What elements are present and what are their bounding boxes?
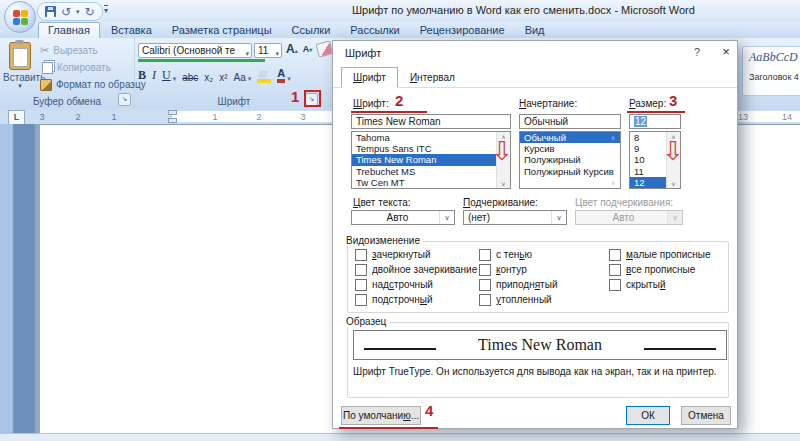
tab-mailings[interactable]: Рассылки	[341, 23, 408, 38]
clipboard-dialog-launcher[interactable]: ↘	[118, 93, 131, 106]
list-item[interactable]: Trebuchet MS	[352, 166, 497, 177]
checkbox[interactable]	[355, 279, 367, 291]
cancel-button[interactable]: Отмена	[681, 406, 731, 425]
checkbox[interactable]	[355, 264, 367, 276]
close-icon[interactable]: ×	[717, 44, 735, 59]
list-item[interactable]: Tempus Sans ITC	[352, 143, 497, 154]
document-background	[0, 124, 40, 433]
grow-font-button[interactable]: A▴	[286, 42, 298, 56]
undo-icon[interactable]: ↺	[61, 6, 71, 18]
list-item[interactable]: контур	[479, 264, 557, 275]
tab-review[interactable]: Рецензирование	[411, 23, 514, 38]
cut-button[interactable]: ✂ Вырезать	[40, 43, 146, 58]
bold-button[interactable]: B	[138, 68, 146, 83]
list-item[interactable]: подстрочный	[355, 294, 477, 305]
font-style-list[interactable]: ∧ ∨ ОбычныйКурсивПолужирныйПолужирный Ку…	[519, 131, 621, 189]
copy-button[interactable]: Копировать	[40, 60, 146, 75]
chevron-down-icon[interactable]: ∨	[551, 211, 566, 224]
font-name-dropdown-icon[interactable]: ▾	[245, 47, 249, 58]
list-item[interactable]: зачеркнутый	[355, 249, 477, 260]
checkbox-label: скрытый	[626, 279, 666, 290]
dialog-tab-font[interactable]: Шрифт	[341, 67, 398, 88]
styles-gallery-item[interactable]: AaBbCcD Заголовок 4	[742, 46, 800, 96]
list-item[interactable]: 11	[630, 166, 667, 177]
list-item[interactable]: все прописные	[609, 264, 711, 275]
font-size-input[interactable]: 12	[629, 114, 681, 129]
window-bottom-strip	[0, 433, 800, 441]
checkbox[interactable]	[479, 249, 491, 261]
paste-dropdown-icon[interactable]: ▾	[3, 83, 37, 89]
checkbox[interactable]	[355, 294, 367, 306]
save-icon[interactable]	[45, 6, 56, 17]
font-list[interactable]: ∧ ∨ TahomaTempus Sans ITCTimes New Roman…	[351, 131, 511, 189]
superscript-button[interactable]: x²	[219, 72, 227, 83]
effects-column-3: малые прописныевсе прописныескрытый	[609, 249, 711, 290]
dialog-tab-spacing[interactable]: Интервал	[398, 67, 467, 88]
tab-view[interactable]: Вид	[516, 23, 554, 38]
scroll-up-icon[interactable]: ∧	[607, 134, 619, 141]
list-item: 3	[24, 112, 60, 122]
ok-button[interactable]: ОК	[626, 406, 670, 425]
list-item[interactable]: 12	[630, 177, 667, 188]
font-color-dropdown-icon[interactable]: ▾	[287, 75, 291, 83]
preview-sample-text: Times New Roman	[478, 336, 602, 353]
scroll-down-icon[interactable]: ∨	[497, 180, 510, 187]
checkbox[interactable]	[479, 294, 491, 306]
list-item[interactable]: Обычный	[520, 132, 620, 143]
checkbox[interactable]	[609, 249, 621, 261]
format-painter-button[interactable]: Формат по образцу	[40, 77, 146, 92]
tab-home[interactable]: Главная	[38, 22, 100, 38]
checkbox[interactable]	[609, 279, 621, 291]
list-item[interactable]: скрытый	[609, 279, 711, 290]
tab-insert[interactable]: Вставка	[102, 23, 161, 38]
underline-dropdown-icon[interactable]: ▾	[173, 75, 177, 83]
list-item[interactable]: двойное зачеркивание	[355, 264, 477, 275]
checkbox[interactable]	[479, 264, 491, 276]
list-item[interactable]: Times New Roman	[352, 154, 497, 165]
office-button[interactable]	[4, 1, 36, 33]
italic-button[interactable]: I	[152, 68, 156, 83]
list-item[interactable]: Полужирный	[520, 154, 620, 165]
list-item[interactable]: Полужирный Курсив	[520, 166, 620, 177]
green-underline-annotation	[138, 59, 265, 62]
list-item[interactable]: с тенью	[479, 249, 557, 260]
list-item[interactable]: Курсив	[520, 143, 620, 154]
chevron-down-icon[interactable]: ∨	[439, 211, 454, 224]
checkbox[interactable]	[355, 249, 367, 261]
highlight-button[interactable]	[257, 71, 271, 83]
shrink-font-button[interactable]: A▾	[303, 44, 313, 54]
help-icon[interactable]: ?	[689, 46, 705, 58]
subscript-button[interactable]: x₂	[204, 72, 213, 83]
tab-page-layout[interactable]: Разметка страницы	[163, 23, 281, 38]
list-item[interactable]: Tahoma	[352, 132, 497, 143]
font-style-input[interactable]: Обычный	[519, 114, 621, 129]
change-case-dropdown-icon[interactable]: ▾	[248, 75, 252, 83]
customize-qat-icon[interactable]: ▾	[104, 5, 108, 15]
list-item[interactable]: надстрочный	[355, 279, 477, 290]
list-item[interactable]: малые прописные	[609, 249, 711, 260]
underline-style-combo[interactable]: (нет) ∨	[463, 210, 567, 225]
list-item[interactable]: приподнятый	[479, 279, 557, 290]
font-size-dropdown-icon[interactable]: ▾	[275, 47, 279, 58]
underline-button[interactable]: U	[162, 68, 171, 83]
checkbox[interactable]	[479, 279, 491, 291]
change-case-button[interactable]: Aa	[234, 72, 246, 83]
scroll-down-icon[interactable]: ∨	[667, 180, 680, 187]
list-item[interactable]: Tw Cen MT	[352, 177, 497, 188]
strikethrough-button[interactable]: abc	[182, 72, 198, 83]
tab-stop-selector[interactable]: L	[8, 110, 25, 125]
font-color-button[interactable]: А	[277, 68, 285, 83]
font-size-combo[interactable]: 11 ▾	[254, 43, 282, 58]
text-color-combo[interactable]: Авто ∨	[351, 210, 455, 225]
list-item: 2	[237, 112, 281, 122]
scroll-down-icon[interactable]: ∨	[607, 179, 619, 186]
font-name-combo[interactable]: Calibri (Основной те ▾	[138, 43, 252, 58]
font-name-input[interactable]: Times New Roman	[351, 114, 511, 129]
checkbox[interactable]	[609, 264, 621, 276]
default-button[interactable]: По умолчанию...	[341, 406, 421, 425]
list-item[interactable]: утопленный	[479, 294, 557, 305]
indent-marker[interactable]	[168, 110, 177, 123]
tab-references[interactable]: Ссылки	[283, 23, 340, 38]
undo-dropdown-icon[interactable]: ▾	[76, 8, 80, 16]
redo-icon[interactable]: ↻	[85, 6, 95, 18]
